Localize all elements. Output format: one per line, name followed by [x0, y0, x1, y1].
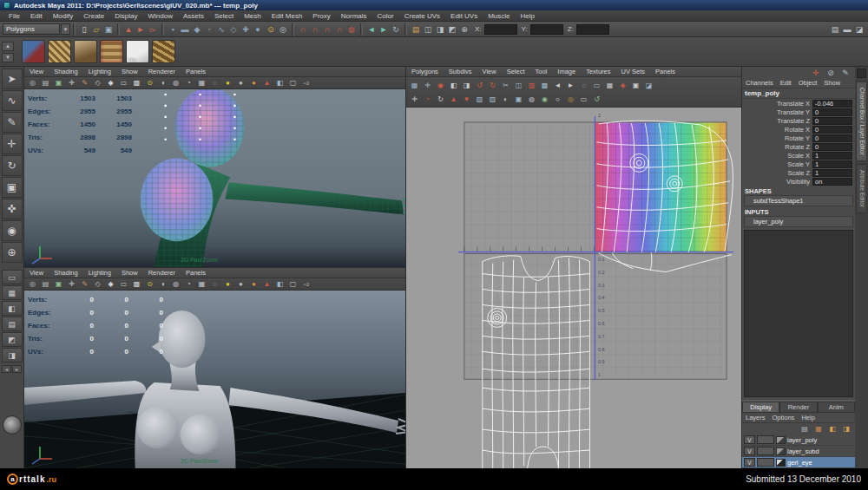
flip-v-icon[interactable]: ◨	[460, 80, 473, 91]
layer-color-swatch[interactable]	[776, 459, 786, 467]
history-swirl-icon[interactable]	[3, 415, 22, 434]
rotate-cw-icon[interactable]: ↻	[486, 80, 499, 91]
shadows-icon[interactable]: ◑	[156, 77, 169, 88]
panel-menu-item[interactable]: Select	[502, 68, 530, 75]
panel-menu-item[interactable]: Panels	[181, 68, 211, 75]
textured-ball-icon[interactable]: ●	[247, 278, 260, 290]
multisample-icon[interactable]: ▦	[195, 77, 208, 88]
menu-item[interactable]: Assets	[178, 12, 209, 20]
curves-mask-icon[interactable]: ∿	[215, 23, 227, 36]
tab-attribute-editor[interactable]: Attribute Editor	[856, 164, 867, 213]
new-layer-from-selected-icon[interactable]: ◨	[840, 423, 852, 435]
surfaces-mask-icon[interactable]: ◇	[227, 23, 240, 36]
panel-menu-item[interactable]: Shading	[49, 269, 83, 277]
menu-set-dropdown-arrow[interactable]: ▼	[61, 23, 70, 35]
screen-ao-icon[interactable]: ◍	[169, 278, 182, 290]
menu-set-dropdown[interactable]: Polygons	[3, 23, 60, 35]
shelf-button-2[interactable]	[48, 40, 71, 63]
shaded-ball-icon[interactable]: ●	[234, 77, 247, 88]
prev-layout-button[interactable]: ◄	[2, 365, 11, 373]
layer-name[interactable]: layer_subd	[787, 448, 819, 455]
textured-icon[interactable]: ▩	[130, 278, 143, 290]
layer-visibility-toggle[interactable]: V	[744, 458, 755, 467]
panel-menu-item[interactable]: Show	[116, 269, 143, 277]
make-live-icon[interactable]: ◍	[345, 23, 358, 36]
universal-manipulator-tool[interactable]: ✜	[2, 199, 23, 219]
x-coordinate-input[interactable]	[484, 24, 517, 35]
image-plane-icon[interactable]: ▣	[52, 278, 65, 290]
layer-name[interactable]: layer_poly	[787, 436, 817, 444]
construction-history-icon[interactable]: ↻	[390, 23, 402, 36]
wireframe-icon[interactable]: ◇	[91, 278, 104, 290]
move-tool[interactable]: ✛	[2, 134, 23, 154]
baked-texture-icon[interactable]: ◎	[564, 94, 577, 105]
view-image-icon[interactable]: ▣	[512, 94, 525, 105]
layer-color-swatch[interactable]	[776, 448, 786, 455]
translate-uv-icon[interactable]: ✛	[408, 94, 421, 105]
uv-smudge-icon[interactable]: ◉	[434, 80, 447, 91]
command-line-icon[interactable]: ▬	[841, 23, 853, 36]
lasso-select-tool[interactable]: ∿	[2, 90, 23, 111]
pane-icon[interactable]: ▢	[286, 278, 299, 290]
output-connections-icon[interactable]: ►	[378, 23, 390, 36]
uv-editor-canvas[interactable]: 1 0.10.20.30.40.50.60.70.80.91	[406, 108, 741, 468]
align-min-v-icon[interactable]: ▲	[447, 94, 460, 105]
next-layout-button[interactable]: ►	[12, 365, 22, 373]
layer-type-cell[interactable]	[757, 458, 774, 467]
snap-to-grid-icon[interactable]: ∩	[297, 23, 309, 36]
panel-menu-item[interactable]: Renderer	[143, 269, 181, 277]
shelf-button-his[interactable]: His	[126, 40, 149, 63]
motion-blur-icon[interactable]: ◔	[182, 77, 195, 88]
rendering-mask-icon[interactable]: ●	[252, 23, 264, 36]
layer-row-layer-poly[interactable]: V layer_poly	[742, 434, 855, 446]
sew-uv-edges-icon[interactable]: ▨	[486, 94, 499, 105]
title-bar[interactable]: Autodesk Maya 2011: D:\Projects\Gerl\sce…	[0, 0, 868, 10]
isolate-select-icon[interactable]: ◌	[208, 278, 221, 290]
vertices-mask-icon[interactable]: ▪	[167, 23, 179, 36]
menu-item[interactable]: Create UVs	[399, 12, 445, 20]
panel-menu-item[interactable]: Lighting	[83, 68, 116, 75]
cycle-uvs-icon[interactable]: ↻	[434, 94, 447, 105]
share-view-icon[interactable]: ◅	[299, 77, 312, 88]
y-coordinate-input[interactable]	[530, 24, 563, 35]
panel-menu-item[interactable]: Polygons	[406, 68, 444, 75]
layer-visibility-toggle[interactable]: V	[744, 435, 755, 444]
channel-manipulator-icon[interactable]: ✛	[810, 67, 822, 79]
isolate-uv-icon[interactable]: ◌	[577, 80, 590, 91]
menu-item[interactable]: Edit Mesh	[266, 12, 308, 20]
persp-panel-layout-button[interactable]: ▤	[2, 317, 23, 331]
layer-color-swatch[interactable]	[776, 436, 786, 444]
outliner-layout-button[interactable]: ◨	[2, 348, 23, 363]
split-uvs-icon[interactable]: ◫	[512, 80, 525, 91]
new-empty-layer-icon[interactable]: ◧	[826, 423, 838, 435]
layer-type-cell[interactable]	[757, 435, 774, 444]
camera-attributes-icon[interactable]: ◎	[26, 278, 39, 290]
bookmarks-icon[interactable]: ▤	[39, 77, 52, 88]
filtered-image-icon[interactable]: ◍	[525, 94, 538, 105]
menu-item[interactable]: Create	[78, 12, 109, 20]
align-max-u-icon[interactable]: ►	[564, 80, 577, 91]
empty-layer-icon[interactable]: ▤	[799, 423, 811, 435]
scale-tool[interactable]: ▣	[2, 177, 23, 198]
wireframe-icon[interactable]: ◇	[91, 77, 104, 88]
tab-anim[interactable]: Anim	[818, 402, 855, 413]
rotate-ccw-icon[interactable]: ↺	[473, 80, 486, 91]
textured-icon[interactable]: ▩	[130, 77, 143, 88]
input-node-name[interactable]: layer_poly	[744, 216, 853, 227]
viewport-bottom-canvas[interactable]: Verts: 0 0 0 Edges: 0 0 0	[24, 291, 405, 468]
sidebar-collapse-button[interactable]	[857, 69, 866, 78]
multisample-icon[interactable]: ▦	[195, 278, 208, 290]
textured-ball-icon[interactable]: ●	[247, 77, 260, 88]
snap-to-point-icon[interactable]: ∩	[321, 23, 333, 36]
camera-attributes-icon[interactable]: ◎	[26, 77, 39, 88]
grid-uv-icon[interactable]: ▦	[603, 80, 616, 91]
highlight-selection-icon[interactable]: ◎	[277, 23, 289, 36]
layer-type-cell[interactable]	[757, 447, 774, 455]
render-view-icon[interactable]: ◪	[853, 23, 865, 36]
menu-item[interactable]: Normals	[336, 12, 372, 20]
layer-row-layer-subd[interactable]: V layer_subd	[742, 446, 855, 457]
xray-cube-icon[interactable]: ◧	[273, 278, 286, 290]
panel-menu-item[interactable]: View	[477, 68, 502, 75]
layer-row-gerl-eye[interactable]: V gerl_eye	[742, 457, 855, 468]
speed-precision-icon[interactable]: ⊘	[825, 67, 837, 79]
